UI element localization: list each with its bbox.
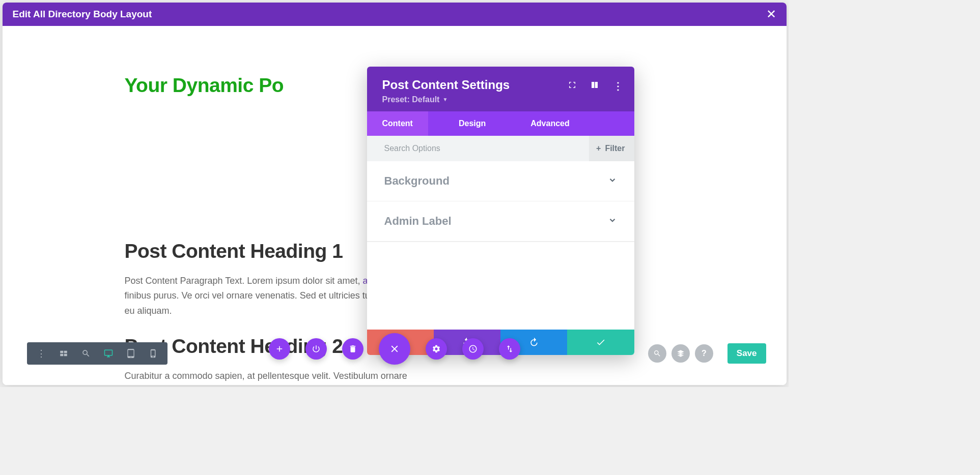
section-label: Background <box>384 174 450 188</box>
tab-advanced[interactable]: Advanced <box>515 111 584 136</box>
search-input[interactable]: Search Options <box>384 144 590 153</box>
layers-icon[interactable] <box>671 344 690 363</box>
chevron-down-icon <box>608 175 617 187</box>
history-button[interactable] <box>462 338 484 360</box>
filter-label: Filter <box>605 144 625 153</box>
expand-icon[interactable] <box>568 81 576 91</box>
panel-tabs: Content Design Advanced <box>367 111 634 136</box>
search-row: Search Options + Filter <box>367 136 634 161</box>
caret-down-icon: ▼ <box>442 97 447 102</box>
add-button[interactable] <box>269 338 290 360</box>
tab-design[interactable]: Design <box>443 111 501 136</box>
post-paragraph-2: Curabitur a commodo sapien, at pellentes… <box>125 369 547 384</box>
tab-content[interactable]: Content <box>367 111 428 136</box>
settings-panel: Post Content Settings Preset: Default ▼ … <box>367 67 634 355</box>
search-icon[interactable] <box>648 344 666 363</box>
bottom-right-actions: ? Save <box>648 343 766 364</box>
save-button[interactable]: Save <box>727 343 766 364</box>
zoom-icon[interactable] <box>75 342 97 365</box>
settings-button[interactable] <box>426 338 447 360</box>
chevron-down-icon <box>608 216 617 227</box>
section-background[interactable]: Background <box>367 161 634 201</box>
columns-icon[interactable] <box>591 81 599 91</box>
panel-body <box>367 242 634 330</box>
tablet-view-icon[interactable] <box>120 342 142 365</box>
page-title: Edit All Directory Body Layout <box>13 9 152 20</box>
power-button[interactable] <box>305 338 327 360</box>
action-fabs <box>269 333 520 365</box>
preset-dropdown[interactable]: Preset: Default ▼ <box>382 95 448 104</box>
phone-view-icon[interactable] <box>142 342 164 365</box>
more-icon[interactable]: ⋮ <box>613 84 623 88</box>
sort-button[interactable] <box>499 338 520 360</box>
close-button[interactable] <box>379 333 410 365</box>
confirm-button[interactable] <box>567 330 634 355</box>
panel-header: Post Content Settings Preset: Default ▼ … <box>367 67 634 111</box>
more-icon[interactable]: ⋮ <box>30 342 52 365</box>
accordion: Background Admin Label <box>367 161 634 242</box>
section-label: Admin Label <box>384 215 452 228</box>
view-toolbar: ⋮ <box>27 342 167 365</box>
plus-icon: + <box>596 144 601 153</box>
delete-button[interactable] <box>342 338 363 360</box>
top-bar: Edit All Directory Body Layout ✕ <box>3 3 787 26</box>
wireframe-view-icon[interactable] <box>52 342 75 365</box>
paragraph-text-pre: Post Content Paragraph Text. Lorem ipsum… <box>125 276 363 286</box>
editor-canvas: Your Dynamic Po Post Content Heading 1 P… <box>3 26 787 385</box>
close-icon[interactable]: ✕ <box>766 7 776 21</box>
help-icon[interactable]: ? <box>695 344 713 363</box>
filter-button[interactable]: + Filter <box>589 136 634 161</box>
preset-label: Preset: Default <box>382 95 440 104</box>
section-admin-label[interactable]: Admin Label <box>367 201 634 242</box>
desktop-view-icon[interactable] <box>97 342 120 365</box>
